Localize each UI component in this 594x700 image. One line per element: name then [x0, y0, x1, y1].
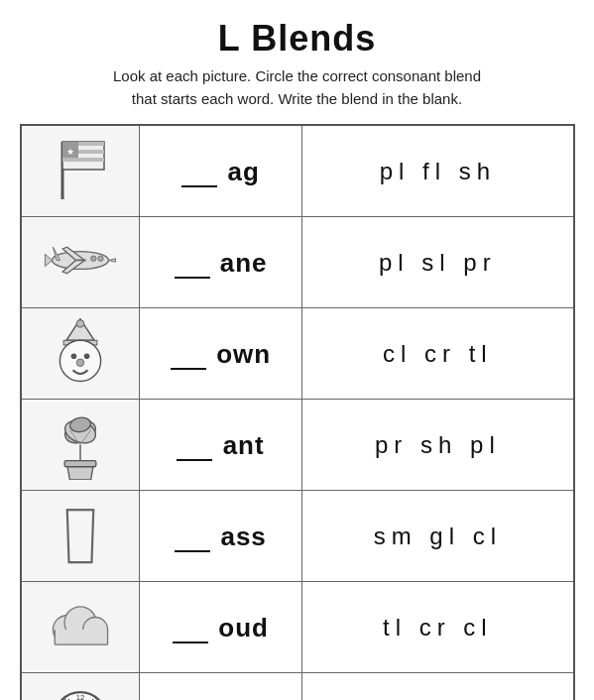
- table-row: asssm gl cl: [21, 491, 574, 582]
- options-cell-flag[interactable]: pl fl sh: [302, 125, 574, 217]
- svg-point-20: [83, 353, 89, 359]
- blank-line[interactable]: [181, 155, 217, 187]
- word-cell-plant: ant: [139, 400, 301, 491]
- table-row: antpr sh pl: [21, 400, 574, 491]
- worksheet-table: ★ agpl fl sh anepl sl pr owncl cr tl: [20, 124, 575, 700]
- word-cell-glass: ass: [139, 491, 301, 582]
- table-row: 12 3 6 9 1 2 4 5 7 8 10 11 ockcl pr sl: [21, 673, 574, 701]
- svg-point-14: [97, 256, 102, 261]
- word-suffix: ag: [219, 157, 260, 186]
- options-cell-clown[interactable]: cl cr tl: [302, 308, 574, 400]
- word-cell-clock: ock: [139, 673, 301, 701]
- word-suffix: ant: [214, 430, 264, 460]
- svg-rect-4: [62, 158, 104, 162]
- word-cell-cloud: oud: [139, 582, 301, 673]
- word-suffix: oud: [210, 613, 269, 642]
- svg-point-13: [90, 256, 95, 261]
- svg-rect-23: [64, 461, 96, 467]
- blank-line[interactable]: [175, 246, 210, 279]
- image-cell-plant: [21, 400, 140, 491]
- svg-marker-30: [66, 510, 92, 562]
- table-row: ★ agpl fl sh: [21, 125, 574, 217]
- word-suffix: ass: [212, 522, 267, 551]
- instructions: Look at each picture. Circle the correct…: [113, 65, 481, 110]
- options-cell-glass[interactable]: sm gl cl: [302, 491, 574, 582]
- table-row: oudtl cr cl: [21, 582, 574, 673]
- image-cell-cloud: [21, 582, 140, 673]
- image-cell-clock: 12 3 6 9 1 2 4 5 7 8 10 11: [21, 673, 140, 701]
- image-cell-plane: [21, 217, 140, 308]
- word-suffix: own: [208, 339, 271, 369]
- word-cell-plane: ane: [139, 217, 301, 308]
- svg-point-17: [76, 320, 84, 328]
- blank-line[interactable]: [171, 337, 206, 370]
- svg-text:★: ★: [66, 147, 74, 157]
- word-cell-flag: ag: [139, 125, 301, 217]
- blank-line[interactable]: [177, 428, 212, 461]
- svg-rect-36: [55, 630, 107, 645]
- image-cell-clown: [21, 308, 140, 400]
- blank-line[interactable]: [173, 611, 208, 643]
- blank-line[interactable]: [175, 520, 210, 552]
- table-row: anepl sl pr: [21, 217, 574, 308]
- image-cell-glass: [21, 491, 140, 582]
- svg-marker-8: [108, 259, 115, 263]
- svg-point-21: [76, 359, 84, 367]
- options-cell-cloud[interactable]: tl cr cl: [302, 582, 574, 673]
- svg-marker-9: [45, 254, 52, 266]
- page-title: L Blends: [218, 18, 376, 59]
- svg-point-19: [70, 353, 76, 359]
- options-cell-plant[interactable]: pr sh pl: [302, 400, 574, 491]
- svg-text:12: 12: [75, 693, 83, 700]
- word-suffix: ane: [212, 248, 268, 278]
- image-cell-flag: ★: [21, 125, 140, 217]
- options-cell-clock[interactable]: cl pr sl: [302, 673, 574, 701]
- options-cell-plane[interactable]: pl sl pr: [302, 217, 574, 308]
- table-row: owncl cr tl: [21, 308, 574, 400]
- word-cell-clown: own: [139, 308, 301, 400]
